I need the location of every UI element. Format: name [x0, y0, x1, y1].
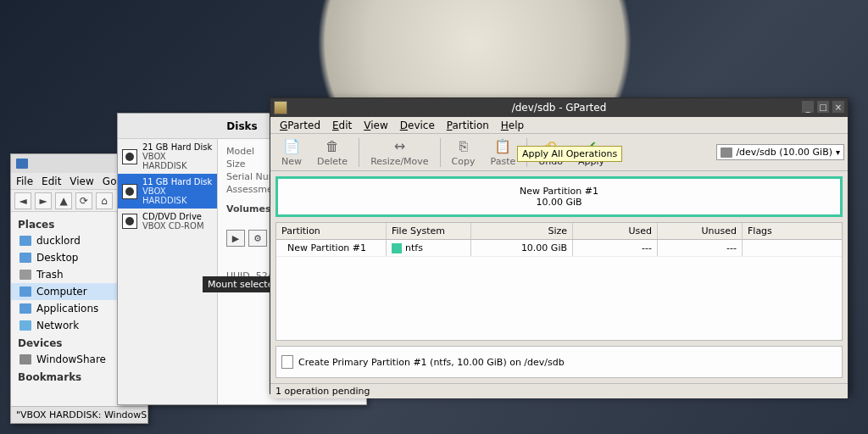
resize-move-button[interactable]: ↔Resize/Move — [363, 136, 436, 170]
disk-sub: VBOX HARDDISK — [142, 152, 213, 170]
col-size[interactable]: Size — [471, 223, 573, 239]
resize-icon: ↔ — [391, 138, 408, 155]
gparted-app-icon — [274, 101, 287, 114]
disk-row-11gb[interactable]: 11 GB Hard DiskVBOX HARDDISK — [118, 174, 217, 209]
new-icon: 📄 — [283, 138, 300, 155]
home-button[interactable]: ⌂ — [96, 192, 113, 209]
harddisk-icon — [122, 149, 137, 164]
toolbar-separator — [440, 138, 441, 167]
partition-table: Partition File System Size Used Unused F… — [275, 222, 843, 341]
sidebar-item-label: Trash — [36, 269, 64, 281]
sidebar-item-label: ducklord — [36, 235, 81, 247]
table-row[interactable]: New Partition #1 ntfs 10.00 GiB --- --- — [276, 240, 842, 257]
btn-label: Delete — [317, 156, 348, 167]
file-manager-statusbar: "VBOX HARDDISK: WindowShare" — [11, 406, 147, 423]
delete-icon: 🗑 — [324, 138, 341, 155]
col-filesystem[interactable]: File System — [387, 223, 471, 239]
col-unused[interactable]: Unused — [658, 223, 743, 239]
btn-label: Resize/Move — [370, 156, 428, 167]
disk-sub: VBOX CD-ROM — [142, 221, 204, 231]
mount-button[interactable]: ▶ — [226, 230, 245, 247]
desktop-icon — [19, 253, 31, 263]
home-icon — [19, 236, 31, 246]
col-flags[interactable]: Flags — [743, 223, 842, 239]
forward-button[interactable]: ► — [35, 192, 52, 209]
disks-device-list: 21 GB Hard DiskVBOX HARDDISK 11 GB Hard … — [118, 139, 218, 404]
partition-graph[interactable]: New Partition #1 10.00 GiB — [275, 176, 843, 217]
gparted-window: /dev/sdb - GParted _ □ × GParted Edit Vi… — [270, 97, 849, 394]
cell-size: 10.00 GiB — [471, 240, 573, 256]
menu-view[interactable]: View — [359, 118, 392, 133]
toolbar-separator — [359, 138, 359, 167]
menu-help[interactable]: Help — [497, 118, 528, 133]
fs-color-swatch — [392, 243, 402, 253]
paste-icon: 📋 — [494, 138, 511, 155]
menu-view[interactable]: View — [70, 175, 93, 187]
graph-partition-size: 10.00 GiB — [536, 197, 581, 208]
menu-device[interactable]: Device — [396, 118, 439, 133]
harddisk-icon — [122, 184, 137, 199]
copy-button[interactable]: ⎘Copy — [444, 136, 483, 170]
page-icon — [281, 355, 293, 369]
menu-partition[interactable]: Partition — [442, 118, 493, 133]
disk-name: CD/DVD Drive — [142, 212, 204, 221]
disk-sub: VBOX HARDDISK — [142, 186, 213, 205]
folder-icon — [16, 159, 28, 169]
cell-flags — [743, 240, 842, 256]
network-icon — [19, 320, 31, 331]
back-button[interactable]: ◄ — [14, 192, 31, 209]
table-header: Partition File System Size Used Unused F… — [276, 223, 842, 240]
col-used[interactable]: Used — [573, 223, 658, 239]
delete-button[interactable]: 🗑Delete — [309, 136, 355, 170]
cell-filesystem: ntfs — [387, 240, 471, 256]
copy-icon: ⎘ — [455, 138, 472, 155]
gparted-titlebar[interactable]: /dev/sdb - GParted _ □ × — [270, 98, 848, 117]
window-title: /dev/sdb - GParted — [512, 102, 607, 114]
pending-operations[interactable]: Create Primary Partition #1 (ntfs, 10.00… — [275, 346, 843, 378]
gparted-menubar[interactable]: GParted Edit View Device Partition Help — [270, 117, 848, 134]
disk-row-21gb[interactable]: 21 GB Hard DiskVBOX HARDDISK — [118, 139, 217, 174]
sidebar-item-label: Applications — [36, 303, 98, 314]
gparted-statusbar: 1 operation pending — [270, 383, 848, 398]
chevron-down-icon: ▾ — [836, 147, 840, 157]
applications-icon — [19, 303, 31, 314]
menu-gparted[interactable]: GParted — [275, 118, 325, 133]
sidebar-item-label: Computer — [36, 286, 87, 298]
close-button[interactable]: × — [832, 101, 844, 113]
disk-name: 11 GB Hard Disk — [142, 177, 213, 186]
btn-label: Paste — [491, 156, 516, 167]
sidebar-item-label: WindowShare — [36, 353, 106, 365]
disk-row-cddvd[interactable]: CD/DVD DriveVBOX CD-ROM — [118, 209, 217, 234]
maximize-button[interactable]: □ — [817, 101, 829, 113]
operation-text: Create Primary Partition #1 (ntfs, 10.00… — [298, 357, 565, 368]
device-selector[interactable]: /dev/sdb (10.00 GiB) ▾ — [716, 144, 844, 160]
col-partition[interactable]: Partition — [276, 223, 387, 239]
graph-partition-name: New Partition #1 — [520, 186, 598, 197]
trash-icon — [19, 270, 31, 280]
up-button[interactable]: ▲ — [55, 192, 72, 209]
btn-label: New — [281, 156, 302, 167]
device-label: /dev/sdb (10.00 GiB) — [736, 147, 832, 158]
disks-title: Disks — [226, 120, 257, 132]
disk-name: 21 GB Hard Disk — [142, 142, 213, 152]
new-button[interactable]: 📄New — [274, 136, 309, 170]
sidebar-item-label: Desktop — [36, 252, 79, 264]
menu-edit[interactable]: Edit — [42, 175, 61, 187]
btn-label: Copy — [452, 156, 476, 167]
optical-icon — [122, 214, 137, 229]
cell-unused: --- — [658, 240, 743, 256]
menu-edit[interactable]: Edit — [328, 118, 356, 133]
cell-used: --- — [573, 240, 658, 256]
sidebar-item-label: Network — [36, 320, 79, 331]
apply-tooltip: Apply All Operations — [517, 146, 622, 162]
menu-go[interactable]: Go — [103, 175, 117, 187]
reload-button[interactable]: ⟳ — [75, 192, 92, 209]
harddisk-icon — [721, 147, 732, 158]
menu-file[interactable]: File — [16, 175, 33, 187]
settings-button[interactable]: ⚙ — [248, 230, 267, 247]
computer-icon — [19, 287, 31, 297]
minimize-button[interactable]: _ — [802, 101, 814, 113]
cell-partition: New Partition #1 — [276, 240, 387, 256]
drive-icon — [19, 354, 31, 364]
